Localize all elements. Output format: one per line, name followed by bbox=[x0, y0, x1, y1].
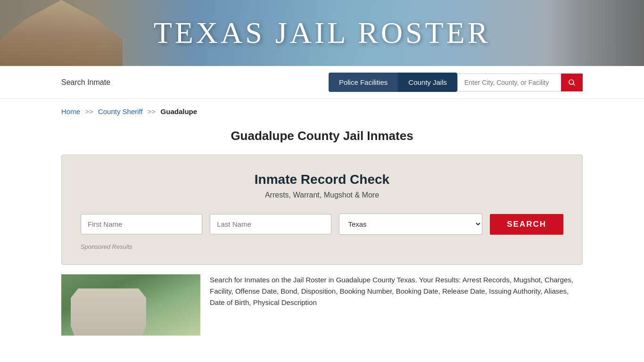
bottom-description: Search for Inmates on the Jail Roster in… bbox=[200, 274, 583, 336]
breadcrumb-county-sheriff-link[interactable]: County Sheriff bbox=[98, 107, 143, 115]
breadcrumb-separator-1: >> bbox=[85, 107, 93, 115]
building-shape bbox=[71, 288, 146, 336]
breadcrumb-current: Guadalupe bbox=[161, 107, 198, 115]
page-title-section: Guadalupe County Jail Inmates bbox=[0, 120, 644, 148]
facility-search-button[interactable] bbox=[561, 74, 583, 91]
keys-decoration bbox=[550, 0, 644, 66]
search-icon bbox=[568, 78, 576, 87]
record-check-subtitle: Arrests, Warrant, Mugshot & More bbox=[81, 191, 563, 199]
facility-search-input[interactable] bbox=[457, 74, 561, 91]
breadcrumb: Home >> County Sheriff >> Guadalupe bbox=[0, 99, 644, 120]
record-check-title: Inmate Record Check bbox=[81, 172, 563, 187]
building-image bbox=[61, 274, 200, 336]
nav-button-group: Police Facilities County Jails bbox=[329, 73, 583, 92]
site-title: Texas Jail Roster bbox=[154, 16, 491, 50]
last-name-input[interactable] bbox=[210, 214, 331, 234]
record-check-form: Texas Alabama Alaska Arizona Arkansas Ca… bbox=[81, 214, 563, 235]
nav-bar: Search Inmate Police Facilities County J… bbox=[0, 66, 644, 99]
first-name-input[interactable] bbox=[81, 214, 202, 234]
search-inmate-label: Search Inmate bbox=[61, 78, 329, 87]
record-search-button[interactable]: SEARCH bbox=[490, 214, 563, 235]
breadcrumb-home-link[interactable]: Home bbox=[61, 107, 80, 115]
state-select[interactable]: Texas Alabama Alaska Arizona Arkansas Ca… bbox=[339, 214, 482, 235]
header-banner: Texas Jail Roster bbox=[0, 0, 644, 66]
police-facilities-button[interactable]: Police Facilities bbox=[329, 73, 398, 92]
breadcrumb-separator-2: >> bbox=[148, 107, 156, 115]
sponsored-results-label: Sponsored Results bbox=[81, 243, 563, 250]
bottom-section: Search for Inmates on the Jail Roster in… bbox=[0, 274, 644, 336]
page-title: Guadalupe County Jail Inmates bbox=[0, 129, 644, 143]
county-jails-button[interactable]: County Jails bbox=[398, 73, 457, 92]
record-check-box: Inmate Record Check Arrests, Warrant, Mu… bbox=[61, 155, 583, 265]
